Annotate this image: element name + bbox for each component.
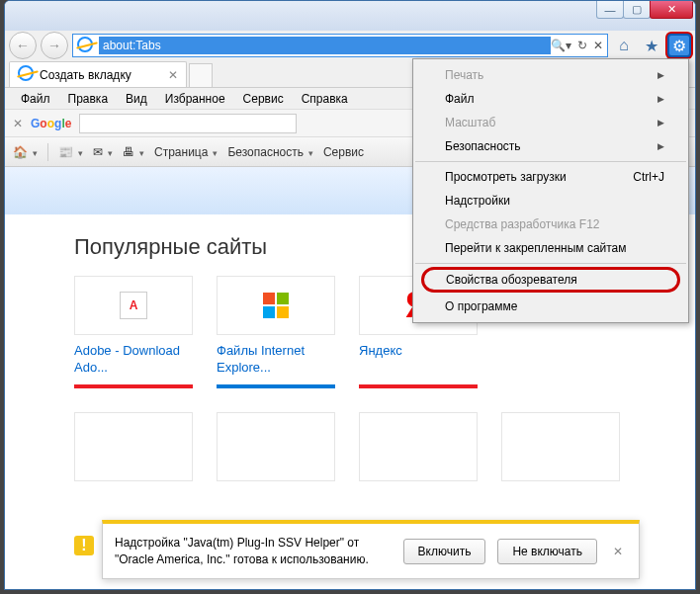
tile-ie-files[interactable]: Файлы Internet Explore... [217, 276, 335, 388]
enable-button[interactable]: Включить [403, 539, 486, 564]
empty-tile[interactable] [217, 412, 335, 481]
notification-bar: Надстройка "Java(tm) Plug-In SSV Helper"… [102, 520, 640, 579]
menu-addons[interactable]: Надстройки [413, 189, 688, 212]
tab-newtab[interactable]: Создать вкладку ✕ [9, 61, 187, 87]
menu-help[interactable]: Справка [294, 90, 356, 108]
toolbar-close-icon[interactable]: ✕ [13, 117, 23, 130]
ie-window: — ▢ ✕ ← → 🔍▾ ↻ ✕ ⌂ ★ ⚙ Создать вкладку ✕ [4, 0, 696, 590]
maximize-button[interactable]: ▢ [623, 1, 651, 19]
home-dropdown[interactable]: 🏠 [13, 145, 38, 159]
refresh-icon[interactable]: ↻ [577, 39, 587, 52]
menu-downloads[interactable]: Просмотреть загрузкиCtrl+J [413, 165, 688, 189]
titlebar: — ▢ ✕ [5, 1, 695, 31]
forward-button[interactable]: → [41, 32, 68, 59]
tab-title: Создать вкладку [40, 68, 131, 82]
microsoft-icon [263, 293, 289, 318]
menu-view[interactable]: Вид [118, 90, 155, 108]
adobe-icon: A [120, 292, 147, 319]
favorites-icon[interactable]: ★ [640, 34, 663, 57]
menu-file[interactable]: Файл [13, 90, 58, 108]
close-button[interactable]: ✕ [650, 1, 693, 19]
empty-tile[interactable] [359, 412, 478, 481]
url-actions: 🔍▾ ↻ ✕ [551, 39, 607, 52]
home-icon[interactable]: ⌂ [612, 34, 636, 57]
tools-gear-icon[interactable]: ⚙ [667, 34, 691, 57]
print-dropdown[interactable]: 🖶 [123, 145, 144, 159]
new-tab-button[interactable] [189, 63, 213, 87]
safety-menu[interactable]: Безопасность [227, 145, 313, 159]
empty-tile[interactable] [501, 412, 620, 481]
menu-favorites[interactable]: Избранное [157, 90, 233, 108]
stop-icon[interactable]: ✕ [593, 39, 603, 52]
tile-row-empty [5, 412, 695, 489]
tab-close-icon[interactable]: ✕ [168, 68, 178, 82]
disable-button[interactable]: Не включать [497, 539, 597, 564]
google-search-input[interactable] [79, 114, 297, 133]
ie-icon [77, 37, 95, 54]
nav-row: ← → 🔍▾ ↻ ✕ ⌂ ★ ⚙ [5, 31, 695, 60]
tools-menu: Печать▶ Файл▶ Масштаб▶ Безопасность▶ Про… [412, 58, 689, 323]
menu-devtools[interactable]: Средства разработчика F12 [413, 212, 688, 236]
empty-tile[interactable] [74, 412, 193, 481]
address-bar[interactable]: 🔍▾ ↻ ✕ [72, 34, 608, 57]
page-menu[interactable]: Страница [154, 145, 218, 159]
menu-internet-options[interactable]: Свойства обозревателя [421, 267, 680, 293]
menu-print[interactable]: Печать▶ [413, 63, 688, 87]
ie-icon [18, 65, 34, 84]
minimize-button[interactable]: — [596, 1, 624, 19]
warning-icon: ! [74, 536, 94, 555]
google-logo: Google [31, 117, 71, 130]
menu-safety[interactable]: Безопасность▶ [413, 134, 688, 158]
tile-adobe[interactable]: A Adobe - Download Ado... [74, 276, 193, 388]
feeds-dropdown[interactable]: 📰 [58, 145, 83, 159]
menu-file-sub[interactable]: Файл▶ [413, 87, 688, 111]
menu-edit[interactable]: Правка [60, 90, 117, 108]
notification-text: Надстройка "Java(tm) Plug-In SSV Helper"… [115, 535, 392, 568]
notification-close-icon[interactable]: ✕ [609, 545, 627, 558]
menu-pinned-sites[interactable]: Перейти к закрепленным сайтам [413, 236, 688, 260]
mail-icon[interactable]: ✉ [93, 145, 113, 159]
menu-zoom[interactable]: Масштаб▶ [413, 111, 688, 134]
menu-tools[interactable]: Сервис [235, 90, 292, 108]
url-input[interactable] [99, 37, 551, 54]
back-button[interactable]: ← [9, 32, 37, 59]
service-menu[interactable]: Сервис [323, 145, 364, 159]
search-icon[interactable]: 🔍▾ [551, 39, 571, 52]
menu-about[interactable]: О программе [413, 295, 688, 318]
